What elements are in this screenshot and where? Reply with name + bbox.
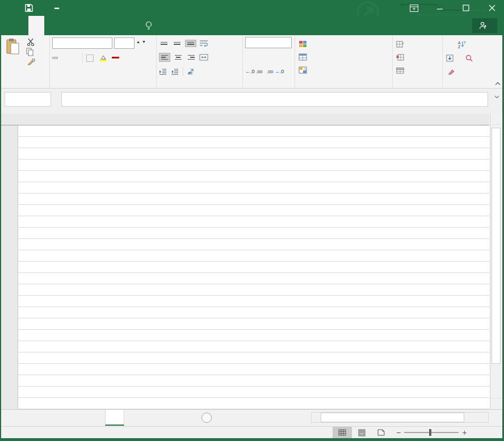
underline-button[interactable] (69, 57, 74, 58)
zoom-slider-thumb[interactable] (429, 429, 431, 436)
insert-cells-icon (396, 41, 404, 48)
cut-button[interactable] (27, 38, 35, 46)
wrap-text-button[interactable] (199, 40, 208, 47)
scroll-left-button[interactable] (312, 413, 321, 422)
tab-formulas[interactable] (76, 16, 92, 35)
merge-center-button[interactable] (199, 54, 210, 61)
customize-qat-button[interactable]: ▬ (54, 7, 59, 10)
zoom-in-button[interactable]: + (462, 428, 467, 437)
horizontal-scroll-thumb[interactable] (321, 413, 464, 422)
format-as-table-button[interactable] (297, 51, 390, 63)
italic-button[interactable] (61, 57, 66, 58)
expand-formula-bar-button[interactable] (494, 95, 499, 99)
align-right-button[interactable] (186, 53, 196, 62)
tab-review[interactable] (108, 16, 124, 35)
page-layout-view-button[interactable] (352, 427, 371, 438)
middle-align-button[interactable] (172, 40, 182, 47)
sheet-tab-sheet1[interactable] (105, 410, 124, 426)
fill-down-icon (446, 54, 453, 62)
zoom-out-button[interactable]: − (396, 428, 401, 437)
format-painter-icon (27, 58, 35, 66)
autosum-button[interactable] (445, 39, 451, 51)
formula-bar[interactable] (61, 92, 488, 107)
save-button[interactable] (25, 4, 33, 12)
orientation-button[interactable]: ab (187, 68, 197, 75)
align-center-button[interactable] (173, 53, 183, 62)
delete-cells-button[interactable] (395, 51, 440, 63)
worksheet-area (1, 114, 502, 409)
scroll-down-button[interactable] (490, 398, 502, 409)
scroll-up-button[interactable] (490, 114, 502, 125)
delete-cells-icon (396, 54, 404, 61)
maximize-button[interactable] (460, 3, 472, 13)
editing-group: AZ (443, 35, 492, 88)
svg-text:ab: ab (188, 71, 192, 75)
tab-view[interactable] (124, 16, 140, 35)
borders-button[interactable] (86, 54, 95, 62)
conditional-formatting-button[interactable] (297, 38, 390, 50)
alignment-group: ab (157, 35, 243, 88)
decrease-decimal-button[interactable]: .00 →.0 (267, 69, 284, 74)
align-left-button[interactable] (159, 53, 170, 62)
merge-center-icon (199, 54, 208, 61)
close-button[interactable] (486, 3, 498, 13)
normal-view-button[interactable] (333, 427, 352, 438)
svg-text:A: A (458, 41, 461, 45)
clear-button[interactable] (445, 66, 460, 78)
scroll-right-button[interactable] (479, 413, 488, 422)
bold-button[interactable] (52, 57, 58, 59)
collapse-ribbon-button[interactable] (495, 82, 501, 86)
format-cells-icon (396, 67, 404, 74)
font-name-select[interactable] (52, 37, 112, 49)
paste-button[interactable] (2, 37, 24, 79)
page-break-view-button[interactable] (371, 427, 390, 438)
shrink-font-button[interactable]: ▼ (142, 40, 146, 47)
fill-color-bar (99, 60, 107, 61)
top-align-button[interactable] (159, 40, 169, 47)
format-painter-button[interactable] (27, 58, 35, 66)
styles-group (295, 35, 393, 88)
decrease-indent-button[interactable] (159, 69, 167, 75)
zoom-slider[interactable] (404, 432, 459, 433)
cells-group (393, 35, 443, 88)
copy-button[interactable] (26, 48, 36, 56)
increase-indent-button[interactable] (171, 69, 179, 75)
share-button[interactable] (472, 18, 497, 33)
accounting-format-button[interactable] (245, 53, 247, 61)
ribbon-display-options-button[interactable] (408, 3, 420, 13)
wrap-text-icon (199, 40, 208, 47)
new-sheet-button[interactable] (201, 413, 212, 423)
clipboard-group (0, 35, 50, 88)
insert-cells-button[interactable] (395, 38, 440, 50)
tab-insert[interactable] (44, 16, 60, 35)
ribbon: ▲ ▼ (0, 35, 504, 89)
orientation-icon: ab (187, 68, 195, 75)
name-box[interactable] (5, 92, 51, 107)
bottom-align-button[interactable] (185, 40, 196, 47)
font-color-button[interactable] (112, 58, 121, 58)
format-cells-button[interactable] (395, 64, 440, 76)
tell-me-box[interactable] (145, 16, 156, 35)
tab-page-layout[interactable] (60, 16, 76, 35)
cell-styles-button[interactable] (297, 64, 390, 76)
horizontal-scrollbar[interactable] (311, 412, 489, 423)
increase-indent-icon (171, 69, 179, 75)
vertical-scrollbar[interactable] (490, 114, 502, 409)
cells-area[interactable] (1, 125, 489, 409)
minimize-button[interactable] (434, 3, 446, 13)
tab-home[interactable] (28, 16, 44, 35)
fill-button[interactable] (445, 52, 459, 64)
grow-font-button[interactable]: ▲ (136, 39, 140, 48)
scissors-icon (27, 38, 35, 46)
find-select-button[interactable] (464, 52, 478, 64)
tab-data[interactable] (92, 16, 108, 35)
number-format-select[interactable] (245, 37, 292, 48)
increase-decimal-button[interactable]: ←.0 .00 (245, 69, 262, 74)
font-size-select[interactable] (114, 37, 135, 49)
normal-view-icon (338, 429, 346, 436)
tab-file[interactable] (0, 16, 18, 35)
fill-color-button[interactable] (99, 55, 108, 61)
vertical-scroll-thumb[interactable] (492, 128, 501, 364)
copy-icon (26, 48, 34, 56)
sort-filter-button[interactable]: AZ (457, 39, 471, 51)
